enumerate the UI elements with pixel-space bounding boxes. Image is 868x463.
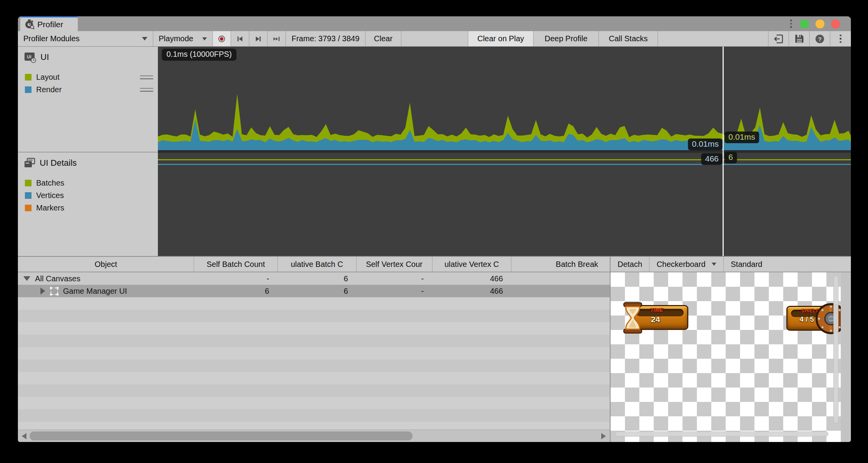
record-icon <box>218 34 225 44</box>
selected-frame-playhead[interactable] <box>723 47 724 256</box>
time-banner: TIME 24 <box>621 302 711 337</box>
tab-profiler[interactable]: Profiler <box>20 16 78 31</box>
col-cumulative-vertex-count[interactable]: ulative Vertex C <box>432 257 512 272</box>
expander-closed-icon[interactable] <box>40 288 45 295</box>
ui-objects-table: Object Self Batch Count ulative Batch C … <box>18 257 611 442</box>
tab-label: Profiler <box>37 20 63 29</box>
ui-chart-svg <box>158 47 851 150</box>
time-banner-value: 24 <box>651 315 660 324</box>
ui-module-section: UI UI Layout Render <box>18 47 158 152</box>
cell-cumulative-batch: 6 <box>278 287 357 296</box>
chart-area[interactable]: 0.1ms (10000FPS) 0.01ms 0.01ms 466 6 <box>158 47 851 256</box>
shader-name: Standard <box>731 260 762 269</box>
canvas-preview-checkerboard: TIME 24 <box>611 272 841 442</box>
preview-mode-dropdown[interactable]: Checkerboard <box>649 257 724 272</box>
window-button-yellow[interactable] <box>816 19 824 28</box>
col-object[interactable]: Object <box>18 257 194 272</box>
frame-counter-label: Frame: 3793 / 3849 <box>292 34 360 43</box>
current-frame-button[interactable] <box>268 31 286 46</box>
load-profile-button[interactable] <box>768 31 789 46</box>
scroll-left-icon[interactable] <box>22 433 26 439</box>
chevron-down-icon <box>712 263 716 266</box>
cell-cumulative-vertex: 466 <box>432 287 512 296</box>
render-drag-handle-icon[interactable] <box>140 88 153 92</box>
ui-timeline-chart[interactable] <box>158 47 851 151</box>
ui-module-label: UI <box>40 52 49 62</box>
col-self-batch-count[interactable]: Self Batch Count <box>194 257 278 272</box>
save-profile-button[interactable] <box>789 31 810 46</box>
ui-details-module-label: UI Details <box>40 158 77 168</box>
toolbar-empty-cell <box>401 31 468 46</box>
profiler-toolbar: Profiler Modules Playmode <box>18 31 851 47</box>
details-region: Object Self Batch Count ulative Batch C … <box>18 256 851 442</box>
preview-shader-label[interactable]: Standard <box>724 257 851 272</box>
call-stacks-label: Call Stacks <box>609 34 648 43</box>
preview-horizontal-scroll-thumb[interactable] <box>615 431 828 437</box>
vertices-swatch <box>25 192 32 199</box>
cell-self-vertex: - <box>357 274 432 283</box>
kebab-icon <box>836 35 846 43</box>
table-row-all-canvases[interactable]: All Canvases - 6 - 466 <box>18 272 610 285</box>
frame-counter: Frame: 3793 / 3849 <box>286 31 366 46</box>
next-frame-button[interactable] <box>249 31 268 46</box>
chevron-down-icon <box>202 37 207 40</box>
cell-self-batch: 6 <box>194 287 278 296</box>
target-mode-dropdown[interactable]: Playmode <box>153 31 213 46</box>
record-button[interactable] <box>213 31 231 46</box>
hourglass-icon <box>621 302 644 334</box>
cell-cumulative-vertex: 466 <box>432 274 512 283</box>
preview-mode-label: Checkerboard <box>656 260 705 269</box>
table-row-game-manager-ui[interactable]: Game Manager UI 6 6 - 466 <box>18 285 610 297</box>
col-self-vertex-count[interactable]: Self Vertex Cour <box>357 257 432 272</box>
preview-right-gutter <box>841 272 851 442</box>
tab-strip: Profiler <box>18 16 851 31</box>
save-icon <box>794 34 804 44</box>
call-stacks-toggle[interactable]: Call Stacks <box>599 31 658 46</box>
clear-on-play-label: Clear on Play <box>477 34 524 43</box>
window-button-green[interactable] <box>800 19 809 28</box>
scroll-right-icon[interactable] <box>601 433 606 439</box>
help-button[interactable]: ? <box>810 31 830 46</box>
shield-banner-value: 4 / 5 <box>800 315 814 324</box>
render-swatch <box>25 86 32 93</box>
table-header: Object Self Batch Count ulative Batch C … <box>18 257 610 272</box>
toolbar-kebab-menu[interactable] <box>830 31 851 46</box>
playmode-label: Playmode <box>159 34 193 43</box>
help-icon: ? <box>815 34 825 44</box>
scrollbar-thumb[interactable] <box>30 431 413 440</box>
preview-vertical-scroll-thumb[interactable] <box>833 275 838 423</box>
layout-label: Layout <box>36 73 135 82</box>
stopwatch-search-icon <box>24 19 35 30</box>
legend-item-vertices: Vertices <box>18 188 158 200</box>
profiler-modules-dropdown[interactable]: Profiler Modules <box>18 31 153 46</box>
last-frame-icon <box>273 35 280 43</box>
prev-frame-icon <box>236 35 243 43</box>
col-cumulative-batch-count[interactable]: ulative Batch C <box>278 257 357 272</box>
ui-module-header[interactable]: UI UI <box>18 47 158 63</box>
prev-frame-button[interactable] <box>231 31 249 46</box>
batches-swatch <box>25 180 32 186</box>
clear-button[interactable]: Clear <box>366 31 401 46</box>
time-banner-label: TIME <box>650 307 663 313</box>
cell-self-vertex: - <box>357 287 432 296</box>
layout-drag-handle-icon[interactable] <box>140 75 153 79</box>
window-button-red[interactable] <box>831 19 840 28</box>
layout-swatch <box>25 74 32 81</box>
detach-button[interactable]: Detach <box>611 257 649 272</box>
col-batch-breaking-reason[interactable]: Batch Break <box>511 257 610 272</box>
ui-details-chart[interactable] <box>158 153 851 255</box>
window-menu-kebab-icon[interactable] <box>786 16 796 31</box>
deep-profile-label: Deep Profile <box>544 34 587 43</box>
ui-module-icon: UI <box>23 51 37 63</box>
shield-banner: SHIELD 4 / 5 <box>786 302 841 338</box>
ui-details-module-header[interactable]: UI Details <box>18 153 158 169</box>
deep-profile-toggle[interactable]: Deep Profile <box>534 31 599 46</box>
clear-on-play-toggle[interactable]: Clear on Play <box>468 31 534 46</box>
legend-item-render: Render <box>18 82 158 94</box>
batches-label: Batches <box>36 179 153 188</box>
cell-self-batch: - <box>194 274 278 283</box>
render-label: Render <box>36 85 135 94</box>
expander-open-icon[interactable] <box>23 276 30 281</box>
legend-item-batches: Batches <box>18 175 158 188</box>
table-horizontal-scrollbar[interactable] <box>18 430 610 442</box>
